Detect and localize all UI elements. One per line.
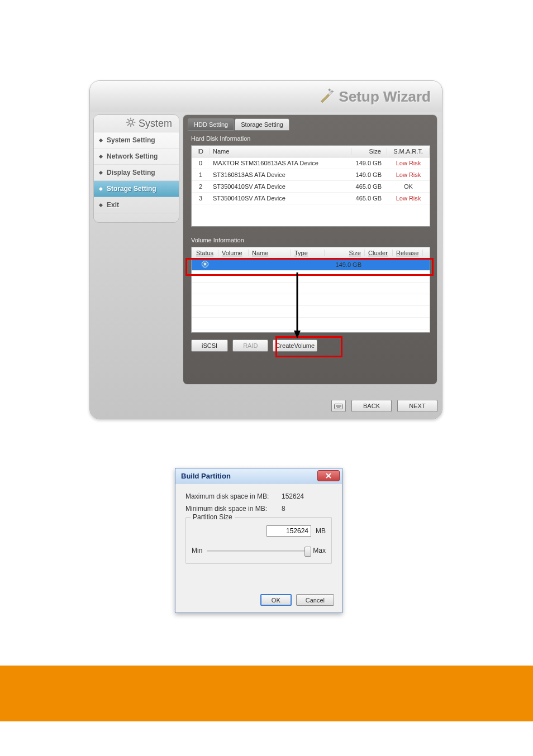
hdd-row[interactable]: 1 ST3160813AS ATA Device 149.0 GB Low Ri… bbox=[192, 169, 430, 181]
hdd-table: ID Name Size S.M.A.R.T. 0 MAXTOR STM3160… bbox=[191, 145, 430, 227]
hdd-row[interactable]: 2 ST3500410SV ATA Device 465.0 GB OK bbox=[192, 181, 430, 193]
svg-line-9 bbox=[127, 119, 129, 121]
fieldset-legend: Partition Size bbox=[191, 513, 235, 521]
sidebar-item-label: Storage Setting bbox=[107, 185, 156, 193]
vol-col-volume[interactable]: Volume bbox=[218, 250, 249, 256]
hdd-row[interactable]: 3 ST3500410SV ATA Device 465.0 GB Low Ri… bbox=[192, 193, 430, 204]
cancel-button[interactable]: Cancel bbox=[296, 594, 334, 606]
mb-label: MB bbox=[316, 527, 326, 535]
vol-row-empty bbox=[192, 318, 430, 329]
vol-row-selected[interactable]: 149.0 GB bbox=[192, 259, 430, 271]
vol-info-label: Volume Information bbox=[191, 237, 244, 243]
svg-point-4 bbox=[129, 121, 133, 125]
vol-col-release[interactable]: Release bbox=[393, 250, 423, 256]
dialog-titlebar: Build Partition bbox=[175, 468, 342, 484]
min-space-label: Minimum disk space in MB: bbox=[185, 505, 282, 513]
status-info-icon bbox=[195, 260, 215, 268]
next-button[interactable]: NEXT bbox=[397, 400, 437, 412]
window-title: Setup Wizard bbox=[339, 88, 431, 106]
ok-button[interactable]: OK bbox=[260, 594, 292, 606]
sidebar-item-storage-setting[interactable]: Storage Setting bbox=[94, 181, 179, 197]
tab-storage-setting[interactable]: Storage Setting bbox=[235, 118, 289, 131]
sidebar-header-text: System bbox=[139, 118, 172, 130]
slider-thumb[interactable] bbox=[304, 547, 311, 557]
dialog-buttons: OK Cancel bbox=[260, 594, 334, 606]
max-space-label: Maximum disk space in MB: bbox=[185, 492, 282, 500]
partition-size-input[interactable] bbox=[266, 525, 311, 537]
max-space-value: 152624 bbox=[282, 492, 304, 500]
sidebar-item-label: Display Setting bbox=[107, 169, 155, 176]
titlebar: Setup Wizard bbox=[90, 81, 442, 113]
vol-row-empty bbox=[192, 271, 430, 283]
sidebar-item-exit[interactable]: Exit bbox=[94, 197, 179, 213]
raid-button[interactable]: RAID bbox=[232, 339, 268, 352]
hdd-col-name[interactable]: Name bbox=[210, 148, 351, 155]
vol-col-name[interactable]: Name bbox=[249, 250, 291, 256]
volume-table: Status Volume Name Type Size Cluster Rel… bbox=[191, 247, 430, 333]
iscsi-button[interactable]: iSCSI bbox=[191, 339, 228, 352]
content-panel: HDD Setting Storage Setting Hard Disk In… bbox=[183, 114, 437, 385]
tab-hdd-setting[interactable]: HDD Setting bbox=[188, 118, 234, 131]
vol-col-status[interactable]: Status bbox=[192, 250, 218, 256]
slider-min-label: Min bbox=[192, 547, 202, 554]
sidebar-item-network-setting[interactable]: Network Setting bbox=[94, 149, 179, 165]
sidebar-item-label: Exit bbox=[107, 201, 119, 209]
hdd-info-label: Hard Disk Information bbox=[191, 135, 250, 142]
sidebar-header: System bbox=[94, 115, 179, 132]
footer-buttons: BACK NEXT bbox=[183, 400, 437, 412]
vol-row-empty bbox=[192, 306, 430, 318]
sidebar: System System Setting Network Setting Di… bbox=[93, 114, 179, 223]
slider-max-label: Max bbox=[313, 547, 326, 554]
hdd-col-size[interactable]: Size bbox=[351, 148, 387, 155]
hdd-col-smart[interactable]: S.M.A.R.T. bbox=[387, 148, 430, 155]
dialog-body: Maximum disk space in MB: 152624 Minimum… bbox=[175, 484, 342, 570]
svg-line-10 bbox=[132, 124, 134, 126]
hdd-col-id[interactable]: ID bbox=[192, 148, 210, 155]
close-icon bbox=[325, 473, 332, 479]
dialog-close-button[interactable] bbox=[317, 470, 340, 481]
vol-col-cluster[interactable]: Cluster bbox=[365, 250, 393, 256]
vol-table-header: Status Volume Name Type Size Cluster Rel… bbox=[192, 247, 430, 259]
tabs: HDD Setting Storage Setting bbox=[188, 118, 290, 131]
sidebar-item-label: Network Setting bbox=[107, 152, 158, 160]
vol-row-empty bbox=[192, 294, 430, 306]
setup-wizard-window: Setup Wizard System System Setting Netwo… bbox=[89, 80, 442, 419]
hdd-row[interactable]: 0 MAXTOR STM3160813AS ATA Device 149.0 G… bbox=[192, 157, 430, 169]
build-partition-dialog: Build Partition Maximum disk space in MB… bbox=[175, 468, 342, 613]
gear-icon bbox=[125, 117, 136, 130]
hdd-table-header: ID Name Size S.M.A.R.T. bbox=[192, 146, 430, 157]
sidebar-item-system-setting[interactable]: System Setting bbox=[94, 132, 179, 149]
svg-line-11 bbox=[127, 124, 129, 126]
sidebar-item-display-setting[interactable]: Display Setting bbox=[94, 165, 179, 181]
back-button[interactable]: BACK bbox=[351, 400, 392, 412]
vol-row-empty bbox=[192, 283, 430, 294]
dialog-title: Build Partition bbox=[181, 472, 231, 480]
vol-col-size[interactable]: Size bbox=[325, 250, 365, 256]
orange-footer-band bbox=[0, 666, 533, 721]
vol-col-type[interactable]: Type bbox=[291, 250, 325, 256]
action-buttons: iSCSI RAID CreateVolume bbox=[191, 339, 317, 352]
svg-line-12 bbox=[132, 119, 134, 121]
create-volume-button[interactable]: CreateVolume bbox=[273, 339, 317, 352]
wizard-icon bbox=[319, 88, 335, 106]
partition-size-slider[interactable] bbox=[207, 550, 308, 552]
partition-size-fieldset: Partition Size MB Min Max bbox=[185, 517, 332, 564]
keyboard-icon[interactable] bbox=[331, 400, 346, 412]
sidebar-item-label: System Setting bbox=[107, 136, 155, 144]
min-space-value: 8 bbox=[282, 505, 285, 513]
